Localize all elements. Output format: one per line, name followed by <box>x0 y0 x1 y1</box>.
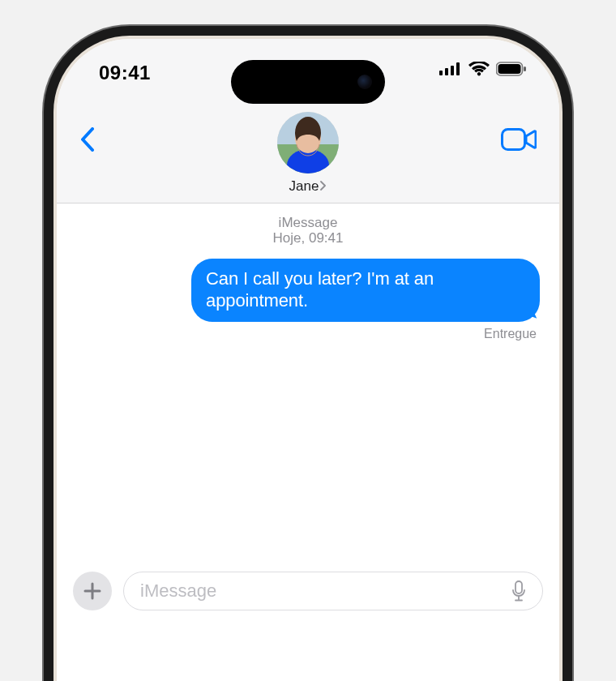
conversation-meta: iMessage Hoje, 09:41 <box>57 215 559 247</box>
message-timestamp: Hoje, 09:41 <box>57 230 559 246</box>
wifi-icon <box>468 62 490 76</box>
contact-avatar[interactable] <box>277 112 339 173</box>
dictation-button[interactable] <box>507 579 531 603</box>
svg-rect-14 <box>515 581 522 593</box>
svg-rect-0 <box>439 71 443 75</box>
svg-rect-5 <box>498 64 521 74</box>
message-composer: iMessage <box>57 563 559 625</box>
message-row-sent: Can I call you later? I'm at an appointm… <box>57 247 559 326</box>
svg-rect-2 <box>451 66 454 75</box>
compose-placeholder: iMessage <box>140 580 216 602</box>
contact-name-row[interactable]: Jane <box>289 178 327 195</box>
message-type-label: iMessage <box>57 215 559 231</box>
battery-icon <box>496 62 527 76</box>
compose-input[interactable]: iMessage <box>123 572 543 610</box>
mic-icon <box>511 580 526 602</box>
chevron-right-icon <box>320 181 327 193</box>
phone-frame: 09:41 <box>57 39 559 681</box>
conversation-area[interactable]: iMessage Hoje, 09:41 Can I call you late… <box>57 203 559 625</box>
delivery-status: Entregue <box>57 325 559 341</box>
plus-icon <box>83 581 102 601</box>
status-time: 09:41 <box>99 62 151 84</box>
message-bubble-sent[interactable]: Can I call you later? I'm at an appointm… <box>191 259 540 323</box>
contact-name: Jane <box>289 178 319 195</box>
plus-button[interactable] <box>73 572 112 610</box>
cellular-icon <box>439 62 462 75</box>
dynamic-island <box>231 60 385 104</box>
facetime-video-button[interactable] <box>499 123 538 156</box>
conversation-header: Jane <box>57 112 559 203</box>
avatar-image <box>277 112 339 173</box>
svg-rect-7 <box>503 130 525 150</box>
status-icons-group <box>439 62 527 76</box>
svg-rect-3 <box>456 62 460 75</box>
back-button[interactable] <box>71 123 104 156</box>
svg-rect-1 <box>445 68 448 75</box>
svg-rect-6 <box>524 66 526 71</box>
